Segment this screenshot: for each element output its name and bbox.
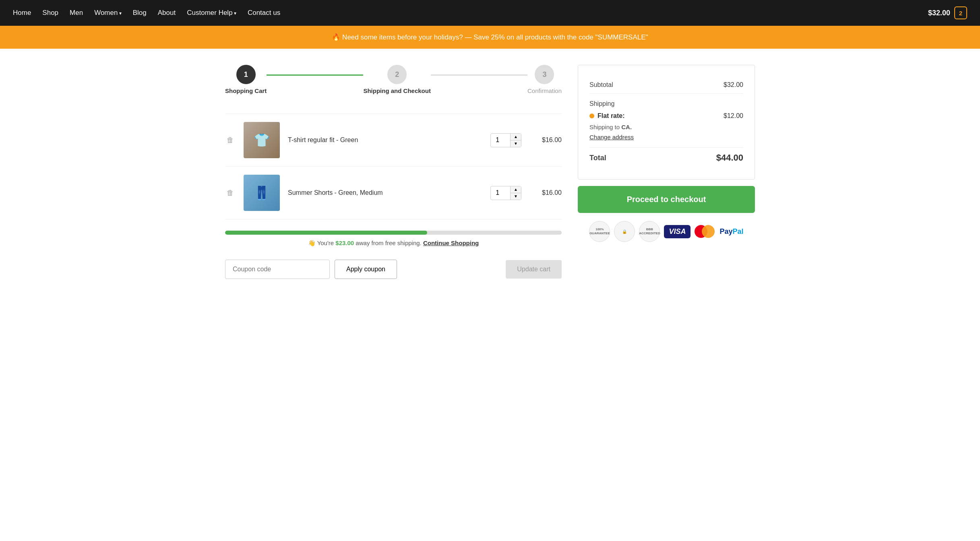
subtotal-row: Subtotal $32.00: [589, 76, 743, 94]
item-1-qty-input[interactable]: [491, 134, 510, 146]
free-shipping-progress: 👋 You're $23.00 away from free shipping.…: [225, 231, 562, 247]
progress-bar-background: [225, 231, 562, 235]
total-value: $44.00: [716, 153, 743, 163]
connector-1-2: [267, 74, 363, 76]
item-1-qty[interactable]: ▲ ▼: [490, 133, 521, 147]
step-2: 2 Shipping and Checkout: [363, 65, 431, 94]
cart-badge: 2: [954, 6, 967, 19]
item-2-qty-up[interactable]: ▲: [510, 186, 521, 193]
promo-banner: 🔥 Need some items before your holidays? …: [0, 26, 980, 49]
step-2-label: Shipping and Checkout: [363, 87, 431, 94]
nav-shop[interactable]: Shop: [42, 9, 58, 17]
navbar: Home Shop Men Women Blog About Customer …: [0, 0, 980, 26]
update-cart-button[interactable]: Update cart: [506, 260, 562, 279]
item-1-qty-down[interactable]: ▼: [510, 140, 521, 147]
progress-bar-fill: [225, 231, 427, 235]
order-summary-box: Subtotal $32.00 Shipping Flat rate: $12.…: [578, 65, 755, 180]
order-summary-sidebar: Subtotal $32.00 Shipping Flat rate: $12.…: [578, 65, 755, 242]
nav-contact[interactable]: Contact us: [248, 9, 280, 17]
nav-customer-help[interactable]: Customer Help: [187, 9, 236, 17]
cart-item: 🗑 👖 Summer Shorts - Green, Medium ▲ ▼ $1…: [225, 167, 562, 219]
step-1-label: Shopping Cart: [225, 87, 267, 94]
item-2-qty-input[interactable]: [491, 187, 510, 199]
cart-summary[interactable]: $32.00 2: [928, 6, 967, 19]
flat-rate-dot: [589, 114, 594, 118]
mastercard-icon: [695, 225, 715, 238]
item-2-price: $16.00: [529, 189, 562, 196]
secure-icon: 🔒: [614, 221, 635, 242]
cart-item: 🗑 👕 T-shirt regular fit - Green ▲ ▼ $16.…: [225, 114, 562, 167]
visa-icon: VISA: [664, 225, 691, 238]
main-content: 1 Shopping Cart 2 Shipping and Checkout …: [212, 49, 768, 295]
cart-section: 1 Shopping Cart 2 Shipping and Checkout …: [225, 65, 562, 279]
item-2-qty-down[interactable]: ▼: [510, 193, 521, 200]
step-3: 3 Confirmation: [527, 65, 562, 94]
delete-item-2[interactable]: 🗑: [225, 187, 236, 199]
flat-rate-row: Flat rate: $12.00: [589, 112, 743, 120]
item-1-image: 👕: [244, 122, 280, 158]
paypal-icon: PayPal: [719, 227, 743, 236]
apply-coupon-button[interactable]: Apply coupon: [335, 260, 397, 279]
shipping-section: Shipping Flat rate: $12.00 Shipping to C…: [589, 94, 743, 148]
continue-shopping-link[interactable]: Continue Shopping: [423, 240, 479, 246]
progress-amount: $23.00: [335, 240, 354, 246]
step-3-label: Confirmation: [527, 87, 562, 94]
cart-total: $32.00: [928, 9, 950, 17]
change-address-link[interactable]: Change address: [589, 134, 634, 140]
item-1-qty-controls: ▲ ▼: [510, 134, 521, 147]
subtotal-label: Subtotal: [589, 81, 613, 89]
cart-items-list: 🗑 👕 T-shirt regular fit - Green ▲ ▼ $16.…: [225, 114, 562, 219]
satisfaction-guarantee-icon: 100%GUARANTEE: [589, 221, 610, 242]
item-2-qty-controls: ▲ ▼: [510, 186, 521, 200]
item-1-price: $16.00: [529, 136, 562, 144]
nav-men[interactable]: Men: [70, 9, 83, 17]
nav-women[interactable]: Women: [94, 9, 122, 17]
progress-text: 👋 You're $23.00 away from free shipping.…: [225, 240, 562, 247]
shipping-title: Shipping: [589, 100, 743, 107]
item-2-qty[interactable]: ▲ ▼: [490, 186, 521, 200]
item-1-qty-up[interactable]: ▲: [510, 134, 521, 140]
step-3-circle: 3: [535, 65, 554, 84]
checkout-stepper: 1 Shopping Cart 2 Shipping and Checkout …: [225, 65, 562, 94]
shipping-to: Shipping to CA.: [589, 124, 743, 130]
nav-blog[interactable]: Blog: [133, 9, 147, 17]
nav-links: Home Shop Men Women Blog About Customer …: [13, 9, 280, 17]
bbb-accredited-icon: BBBACCREDITED: [639, 221, 660, 242]
checkout-button[interactable]: Proceed to checkout: [578, 186, 755, 213]
step-1-circle: 1: [236, 65, 256, 84]
coupon-input[interactable]: [225, 260, 330, 279]
total-label: Total: [589, 154, 606, 162]
connector-2-3: [431, 74, 527, 76]
nav-about[interactable]: About: [158, 9, 176, 17]
coupon-row: Apply coupon Update cart: [225, 260, 562, 279]
item-1-name: T-shirt regular fit - Green: [288, 136, 482, 144]
item-2-name: Summer Shorts - Green, Medium: [288, 189, 482, 196]
delete-item-1[interactable]: 🗑: [225, 134, 236, 146]
step-1: 1 Shopping Cart: [225, 65, 267, 94]
payment-icons: 100%GUARANTEE 🔒 BBBACCREDITED VISA PayPa…: [578, 221, 755, 242]
step-2-circle: 2: [387, 65, 407, 84]
flat-rate-price: $12.00: [724, 112, 743, 120]
total-row: Total $44.00: [589, 148, 743, 168]
item-2-image: 👖: [244, 175, 280, 211]
nav-home[interactable]: Home: [13, 9, 31, 17]
flat-rate-label: Flat rate:: [598, 112, 625, 120]
subtotal-value: $32.00: [724, 81, 743, 89]
